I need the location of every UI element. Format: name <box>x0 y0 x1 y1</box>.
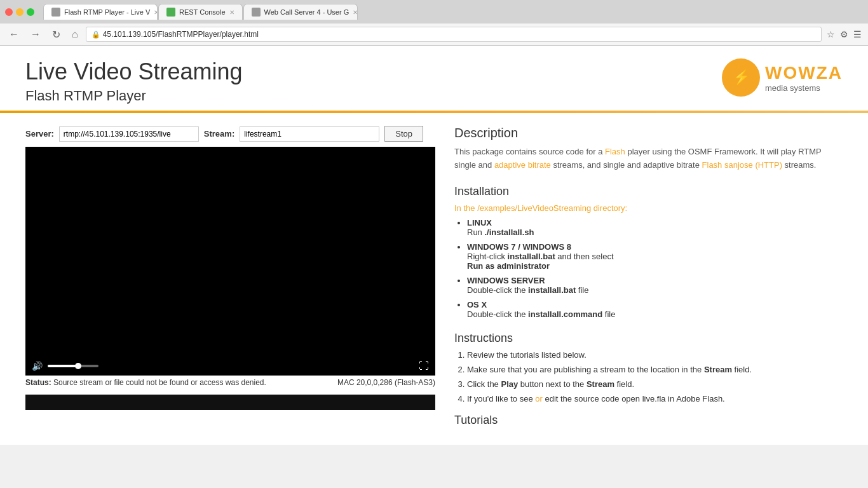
reload-button[interactable]: ↻ <box>48 27 64 42</box>
tab-flash-rtmp[interactable]: Flash RTMP Player - Live V ✕ <box>43 4 158 20</box>
video-player: 🔊 ⛶ <box>25 147 435 376</box>
install-item-windows78: WINDOWS 7 / WINDOWS 8 Right-click instal… <box>467 242 843 271</box>
toolbar-icons: ☆ ⚙ ☰ <box>825 28 863 41</box>
video-controls-bar: 🔊 ⛶ <box>25 356 435 376</box>
minimize-traffic-light[interactable] <box>16 8 24 16</box>
winserver-title: WINDOWS SERVER <box>467 276 545 285</box>
see-link[interactable]: or <box>535 394 543 403</box>
linux-command: ./installall.sh <box>484 227 534 237</box>
description-section: Description This package contains source… <box>454 126 843 172</box>
page-header: Live Video Streaming Flash RTMP Player ⚡… <box>0 46 868 104</box>
menu-icon[interactable]: ☰ <box>852 28 863 41</box>
browser-toolbar: ← → ↻ ⌂ 🔒 45.101.139.105/FlashRTMPPlayer… <box>0 24 868 46</box>
tab-favicon-2 <box>166 8 175 17</box>
examples-link[interactable]: /examples/LiveVideoStreaming <box>477 203 591 213</box>
run-as-admin: Run as administrator <box>467 261 550 271</box>
tab-close-3[interactable]: ✕ <box>353 9 357 16</box>
right-panel: Description This package contains source… <box>454 126 843 432</box>
tab-web-call-server[interactable]: Web Call Server 4 - User G ✕ <box>243 4 358 20</box>
instructions-list: Review the tutorials listed below. Make … <box>467 350 843 403</box>
stream-input[interactable] <box>240 126 379 142</box>
close-traffic-light[interactable] <box>5 8 13 16</box>
tutorials-heading: Tutorials <box>454 414 843 427</box>
black-bar <box>25 395 435 410</box>
address-bar[interactable]: 🔒 45.101.139.105/FlashRTMPPlayer/player.… <box>86 27 822 42</box>
install-item-linux: LINUX Run ./installall.sh <box>467 218 843 237</box>
back-button[interactable]: ← <box>5 27 23 41</box>
install-item-osx: OS X Double-click the installall.command… <box>467 300 843 319</box>
instruction-4: If you'd like to see or edit the source … <box>467 394 843 403</box>
status-label: Status: <box>25 378 51 387</box>
description-text: This package contains source code for a … <box>454 146 843 172</box>
volume-fill <box>48 365 78 367</box>
linux-title: LINUX <box>467 218 492 227</box>
instruction-1: Review the tutorials listed below. <box>467 350 843 360</box>
tab-label-3: Web Call Server 4 - User G <box>264 8 349 16</box>
tab-favicon-1 <box>51 8 60 17</box>
install-list: LINUX Run ./installall.sh WINDOWS 7 / WI… <box>467 218 843 319</box>
description-heading: Description <box>454 126 843 140</box>
win78-bat: installall.bat <box>508 252 555 261</box>
tab-close-2[interactable]: ✕ <box>229 9 234 16</box>
wowza-logo: ⚡ WOWZA media systems <box>722 58 843 97</box>
fullscreen-button[interactable]: ⛶ <box>419 360 429 372</box>
page-content: Live Video Streaming Flash RTMP Player ⚡… <box>0 46 868 445</box>
title-block: Live Video Streaming Flash RTMP Player <box>25 58 243 104</box>
server-input[interactable] <box>59 126 199 142</box>
wowza-brand: WOWZA <box>765 63 843 83</box>
instruction-2: Make sure that you are publishing a stre… <box>467 365 843 374</box>
install-intro: In the /examples/LiveVideoStreaming dire… <box>454 203 843 213</box>
tab-label-1: Flash RTMP Player - Live V <box>64 8 150 16</box>
status-message: Source stream or file could not be found… <box>53 378 266 387</box>
home-button[interactable]: ⌂ <box>68 27 82 41</box>
left-panel: Server: Stream: Stop 🔊 ⛶ <box>25 126 435 432</box>
svg-text:⚡: ⚡ <box>733 69 750 86</box>
status-text: Status: Source stream or file could not … <box>25 378 266 387</box>
installation-section: Installation In the /examples/LiveVideoS… <box>454 185 843 319</box>
stream-label: Stream: <box>204 129 234 139</box>
install-item-winserver: WINDOWS SERVER Double-click the installa… <box>467 276 843 295</box>
tab-label-2: REST Console <box>179 8 226 16</box>
volume-slider[interactable] <box>48 365 98 367</box>
flash-sanjose-link[interactable]: Flash sanjose (HTTP) <box>702 160 782 170</box>
browser-tabs: Flash RTMP Player - Live V ✕ REST Consol… <box>43 4 358 20</box>
wowza-text: WOWZA media systems <box>765 63 843 93</box>
tab-favicon-3 <box>252 8 261 17</box>
osx-command: installall.command <box>528 309 602 319</box>
instruction-3: Click the Play button next to the Stream… <box>467 379 843 389</box>
stop-button[interactable]: Stop <box>384 126 423 142</box>
address-text: 45.101.139.105/FlashRTMPPlayer/player.ht… <box>103 30 816 39</box>
instructions-section: Instructions Review the tutorials listed… <box>454 332 843 403</box>
extension-icon[interactable]: ⚙ <box>839 28 850 41</box>
osx-title: OS X <box>467 300 487 309</box>
volume-thumb <box>75 363 81 369</box>
installation-heading: Installation <box>454 185 843 198</box>
win78-title: WINDOWS 7 / WINDOWS 8 <box>467 242 571 252</box>
flash-link[interactable]: Flash <box>605 147 625 156</box>
page-title: Live Video Streaming <box>25 58 243 85</box>
instructions-heading: Instructions <box>454 332 843 345</box>
tab-rest-console[interactable]: REST Console ✕ <box>158 4 243 20</box>
wowza-icon: ⚡ <box>722 58 760 97</box>
bookmark-icon[interactable]: ☆ <box>825 28 836 41</box>
adaptive-link[interactable]: adaptive bitrate <box>494 160 551 170</box>
page-subtitle: Flash RTMP Player <box>25 88 243 104</box>
player-status: Status: Source stream or file could not … <box>25 378 435 387</box>
main-layout: Server: Stream: Stop 🔊 ⛶ <box>0 113 868 445</box>
player-controls: Server: Stream: Stop <box>25 126 435 142</box>
winserver-bat: installall.bat <box>528 285 576 295</box>
wowza-tagline: media systems <box>765 83 843 93</box>
tab-close-1[interactable]: ✕ <box>154 9 158 16</box>
forward-button[interactable]: → <box>27 27 44 41</box>
flash-version: MAC 20,0,0,286 (Flash-AS3) <box>337 378 435 387</box>
volume-icon[interactable]: 🔊 <box>32 361 43 371</box>
maximize-traffic-light[interactable] <box>27 8 34 16</box>
server-label: Server: <box>25 129 54 139</box>
traffic-lights <box>5 8 34 16</box>
